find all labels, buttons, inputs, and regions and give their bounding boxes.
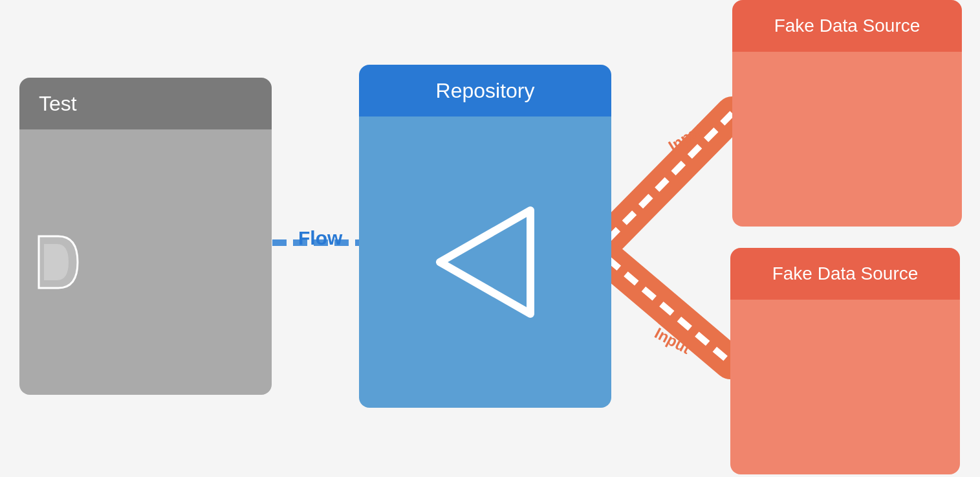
- repo-arrow-icon: [420, 197, 550, 327]
- input-label-2: Input: [652, 324, 693, 357]
- test-node-header: Test: [19, 78, 272, 129]
- svg-marker-2: [440, 210, 530, 314]
- input-band-1: [608, 113, 732, 239]
- input-dash-1: [608, 113, 732, 239]
- input-band-2: [608, 259, 730, 362]
- fake-data-source-node-1: Fake Data Source: [732, 0, 962, 227]
- fds1-title: Fake Data Source: [774, 16, 920, 36]
- input-label-1: Input: [665, 120, 706, 155]
- fake-data-source-node-2: Fake Data Source: [730, 248, 960, 474]
- fds2-header: Fake Data Source: [730, 248, 960, 300]
- input-dash-2: [608, 259, 730, 362]
- fds1-header: Fake Data Source: [732, 0, 962, 52]
- repository-node: Repository: [359, 65, 611, 408]
- test-node-title: Test: [39, 92, 77, 116]
- port-symbol: [32, 230, 84, 294]
- repository-node-title: Repository: [436, 79, 535, 103]
- fds2-body: [730, 300, 960, 474]
- flow-label: Flow: [298, 227, 342, 249]
- fds2-title: Fake Data Source: [772, 263, 919, 284]
- repository-node-body: [359, 116, 611, 408]
- test-node-body: [19, 129, 272, 395]
- test-node: Test: [19, 78, 272, 395]
- repository-node-header: Repository: [359, 65, 611, 116]
- canvas: Input Input Test Flow: [0, 0, 980, 477]
- fds1-body: [732, 52, 962, 227]
